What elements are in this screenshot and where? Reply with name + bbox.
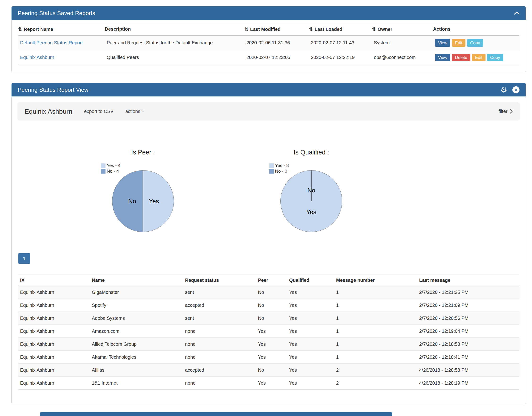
- column-header-request-status: Request status: [183, 275, 256, 286]
- charts-row: Is Peer : Yes - 4No - 4 YesNo Is Qualifi…: [18, 144, 519, 250]
- last-loaded-cell: 2020-02-07 12:11:43: [309, 36, 372, 50]
- peering-status-row: Equinix AshburnAdobe SystemssentNoYes12/…: [18, 312, 520, 325]
- column-header-ix: IX: [18, 275, 90, 286]
- saved-reports-header-row: ⇅Report NameDescription⇅Last Modified⇅La…: [18, 23, 520, 36]
- cell-last-message: 2/7/2020 - 12:21:25 PM: [417, 286, 520, 299]
- cell-message-number: 1: [334, 299, 417, 312]
- last-modified-cell: 2020-02-07 12:23:05: [244, 50, 309, 65]
- cell-ix: Equinix Ashburn: [18, 351, 90, 364]
- legend-swatch: [101, 169, 106, 174]
- cell-request-status: none: [183, 351, 256, 364]
- pie-chart-is-peer: Is Peer : Yes - 4No - 4 YesNo: [68, 144, 219, 232]
- actions-menu-button[interactable]: actions +: [125, 109, 145, 114]
- cell-peer: No: [256, 364, 287, 377]
- cell-last-message: 2/7/2020 - 12:18:41 PM: [417, 351, 520, 364]
- saved-reports-header: Peering Status Saved Reports: [11, 6, 526, 20]
- pie-slice-label: No: [128, 198, 136, 205]
- copy-button[interactable]: Copy: [487, 54, 503, 61]
- cell-request-status: none: [183, 377, 256, 390]
- close-panel-button[interactable]: ✕: [513, 86, 520, 93]
- settings-button[interactable]: ⚙: [500, 86, 507, 94]
- filter-label: filter: [498, 109, 507, 114]
- owner-cell: ops@6connect.com: [372, 50, 433, 65]
- cell-message-number: 1: [334, 312, 417, 325]
- column-header-last-modified[interactable]: ⇅Last Modified: [244, 23, 309, 36]
- cell-name: Allied Telecom Group: [90, 338, 183, 351]
- cell-request-status: sent: [183, 286, 256, 299]
- peering-status-header-row: IXNameRequest statusPeerQualifiedMessage…: [18, 275, 520, 286]
- chart-legend: Yes - 8No - 0: [269, 163, 289, 174]
- pie-slice-label: Yes: [149, 198, 159, 205]
- column-header-last-message: Last message: [417, 275, 520, 286]
- column-header-actions: Actions: [433, 23, 520, 36]
- column-label: Actions: [433, 26, 450, 32]
- cell-ix: Equinix Ashburn: [18, 364, 90, 377]
- export-csv-button[interactable]: export to CSV: [84, 109, 114, 114]
- actions-cell: ViewEditCopy: [433, 36, 520, 50]
- column-header-owner[interactable]: ⇅Owner: [372, 23, 433, 36]
- peering-status-row: Equinix AshburnGigaMonstersentNoYes12/7/…: [18, 286, 520, 299]
- legend-label: Yes - 4: [107, 163, 120, 168]
- cell-last-message: 4/26/2018 - 1:28:19 PM: [417, 377, 520, 390]
- column-label: Owner: [378, 27, 392, 32]
- cell-request-status: accepted: [183, 299, 256, 312]
- chart-legend: Yes - 4No - 4: [101, 163, 120, 174]
- report-name-cell: Default Peering Status Report: [18, 36, 105, 50]
- page-1-button[interactable]: 1: [18, 253, 30, 264]
- peering-status-row: Equinix Ashburn1&1 InternetnoneYesYes24/…: [18, 377, 520, 390]
- cell-ix: Equinix Ashburn: [18, 377, 90, 390]
- filter-button[interactable]: filter: [498, 109, 513, 114]
- column-header-message-number: Message number: [334, 275, 417, 286]
- peering-status-row: Equinix AshburnAmazon.comnoneYesYes12/7/…: [18, 325, 520, 338]
- sort-icon: ⇅: [18, 27, 22, 32]
- view-button[interactable]: View: [435, 39, 450, 47]
- chevron-right-icon: [510, 109, 513, 114]
- delete-button[interactable]: Delete: [452, 54, 470, 61]
- column-header-last-loaded[interactable]: ⇅Last Loaded: [309, 23, 372, 36]
- cell-request-status: sent: [183, 312, 256, 325]
- peering-status-table: IXNameRequest statusPeerQualifiedMessage…: [18, 274, 520, 390]
- cell-name: Spotify: [90, 299, 183, 312]
- cell-last-message: 2/7/2020 - 12:20:56 PM: [417, 312, 520, 325]
- collapse-button[interactable]: [514, 11, 520, 15]
- cell-peer: Yes: [256, 351, 287, 364]
- last-modified-cell: 2020-02-06 11:31:36: [244, 36, 309, 50]
- cell-name: Amazon.com: [90, 325, 183, 338]
- cell-last-message: 2/7/2020 - 12:18:58 PM: [417, 338, 520, 351]
- copy-button[interactable]: Copy: [467, 39, 483, 47]
- report-name-link[interactable]: Equinix Ashburn: [20, 55, 54, 60]
- gear-icon: ⚙: [500, 86, 507, 94]
- cell-name: Akamai Technologies: [90, 351, 183, 364]
- legend-swatch: [269, 163, 274, 168]
- cell-name: Afilias: [90, 364, 183, 377]
- pie-slice-label: Yes: [306, 208, 316, 216]
- cell-last-message: 2/7/2020 - 12:21:09 PM: [417, 299, 520, 312]
- peering-status-row: Equinix AshburnAfiliasacceptedNoYes24/26…: [18, 364, 520, 377]
- column-label: Last Loaded: [315, 27, 342, 32]
- sort-icon: ⇅: [244, 27, 249, 32]
- column-label: Description: [105, 26, 131, 32]
- cell-ix: Equinix Ashburn: [18, 299, 90, 312]
- cell-ix: Equinix Ashburn: [18, 286, 90, 299]
- legend-label: No - 0: [275, 168, 287, 174]
- column-header-report-name[interactable]: ⇅Report Name: [18, 23, 105, 36]
- pagination: 1: [18, 253, 526, 264]
- owner-cell: System: [372, 36, 433, 50]
- cell-qualified: Yes: [287, 351, 334, 364]
- cell-message-number: 1: [334, 338, 417, 351]
- edit-button[interactable]: Edit: [452, 39, 465, 47]
- saved-reports-table: ⇅Report NameDescription⇅Last Modified⇅La…: [18, 23, 520, 65]
- pie-slice-label: No: [307, 187, 315, 194]
- last-loaded-cell: 2020-02-07 12:22:19: [309, 50, 372, 65]
- view-button[interactable]: View: [435, 54, 450, 61]
- cell-request-status: none: [183, 338, 256, 351]
- report-name-link[interactable]: Default Peering Status Report: [20, 40, 83, 45]
- peering-status-row: Equinix AshburnAkamai TechnologiesnoneYe…: [18, 351, 520, 364]
- edit-button[interactable]: Edit: [472, 54, 485, 61]
- cell-ix: Equinix Ashburn: [18, 338, 90, 351]
- peering-status-row: Equinix AshburnAllied Telecom GroupnoneY…: [18, 338, 520, 351]
- report-view-header: Peering Status Report View ⚙ ✕: [11, 83, 526, 96]
- pie-slice-divider: [311, 170, 311, 201]
- chart-title: Is Peer :: [68, 149, 219, 156]
- cell-message-number: 1: [334, 325, 417, 338]
